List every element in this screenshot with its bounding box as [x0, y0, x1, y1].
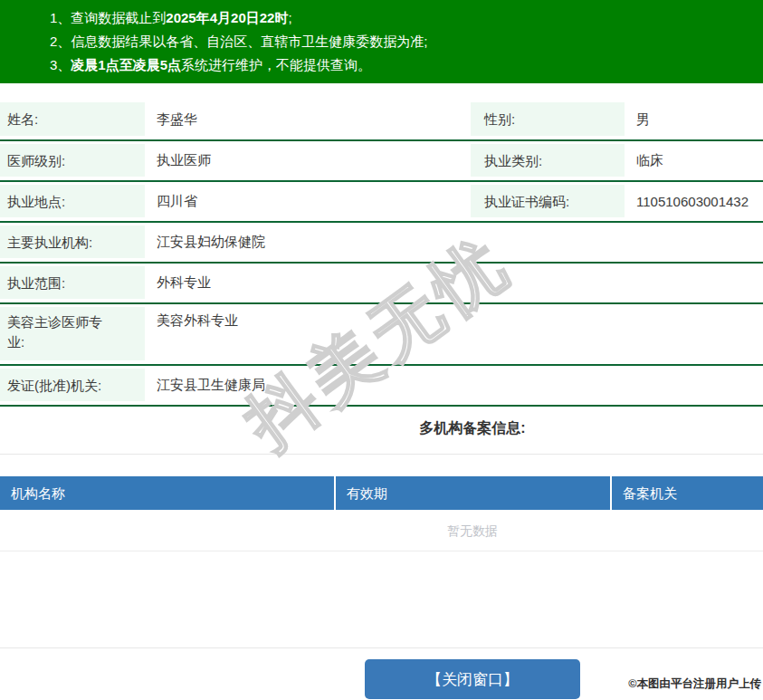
notice-item: 1、查询数据截止到2025年4月20日22时;: [50, 6, 763, 30]
table-row: 执业范围: 外科专业: [0, 263, 763, 303]
issuing-authority-label-cell: 发证(批准)机关:: [0, 365, 145, 406]
name-label-cell: 姓名:: [0, 100, 145, 140]
notice-number: 3、: [50, 57, 71, 72]
physician-info-table: 姓名: 李盛华 性别: 男 医师级别: 执业医师 执业类别: 临床 执业地点: …: [0, 100, 763, 407]
practice-category-label-cell: 执业类别:: [471, 140, 625, 181]
notice-number: 2、: [50, 34, 71, 49]
notice-bar: 1、查询数据截止到2025年4月20日22时; 2、信息数据结果以各省、自治区、…: [0, 0, 763, 83]
section-divider: [0, 454, 763, 455]
practice-scope-value-cell: 外科专业: [145, 263, 763, 303]
practice-location-label-cell: 执业地点:: [0, 181, 145, 222]
bottom-divider: [0, 647, 763, 648]
record-table-header: 机构名称 有效期 备案机关: [0, 476, 763, 510]
main-institution-label-cell: 主要执业机构:: [0, 222, 145, 263]
column-header-record-authority: 备案机关: [610, 476, 763, 510]
close-window-button[interactable]: 【关闭窗口】: [365, 659, 580, 699]
certificate-number-label-cell: 执业证书编码:: [471, 181, 625, 222]
practice-category-value-cell: 临床: [625, 140, 763, 181]
table-row: 姓名: 李盛华 性别: 男: [0, 100, 763, 140]
table-row: 美容主诊医师专业: 美容外科专业: [0, 303, 763, 365]
practice-scope-label-cell: 执业范围:: [0, 263, 145, 303]
table-row: 发证(批准)机关: 江安县卫生健康局: [0, 365, 763, 406]
table-row: 医师级别: 执业医师 执业类别: 临床: [0, 140, 763, 181]
main-institution-value-cell: 江安县妇幼保健院: [145, 222, 763, 263]
column-header-validity-period: 有效期: [334, 476, 610, 510]
notice-item: 3、凌晨1点至凌晨5点系统进行维护，不能提供查询。: [50, 53, 763, 77]
query-result-page: 1、查询数据截止到2025年4月20日22时; 2、信息数据结果以各省、自治区、…: [0, 0, 763, 699]
cosmetic-specialty-value-cell: 美容外科专业: [145, 303, 763, 365]
physician-level-value-cell: 执业医师: [145, 140, 471, 181]
table-row: 主要执业机构: 江安县妇幼保健院: [0, 222, 763, 263]
certificate-number-value-cell: 110510603001432: [625, 181, 763, 222]
notice-number: 1、: [50, 10, 71, 25]
empty-state-text: 暂无数据: [0, 510, 763, 551]
issuing-authority-value-cell: 江安县卫生健康局: [145, 365, 763, 406]
physician-level-label-cell: 医师级别:: [0, 140, 145, 181]
upload-attribution-text: ©本图由平台注册用户上传: [628, 676, 761, 692]
gender-value-cell: 男: [625, 100, 763, 140]
notice-item: 2、信息数据结果以各省、自治区、直辖市卫生健康委数据为准;: [50, 30, 763, 53]
column-header-institution-name: 机构名称: [0, 476, 334, 510]
multi-institution-section-title: 多机构备案信息:: [0, 419, 763, 438]
practice-location-value-cell: 四川省: [145, 181, 471, 222]
table-row: 执业地点: 四川省 执业证书编码: 110510603001432: [0, 181, 763, 222]
gender-label-cell: 性别:: [471, 100, 625, 140]
cosmetic-specialty-label-cell: 美容主诊医师专业:: [0, 303, 145, 365]
name-value-cell: 李盛华: [145, 100, 471, 140]
